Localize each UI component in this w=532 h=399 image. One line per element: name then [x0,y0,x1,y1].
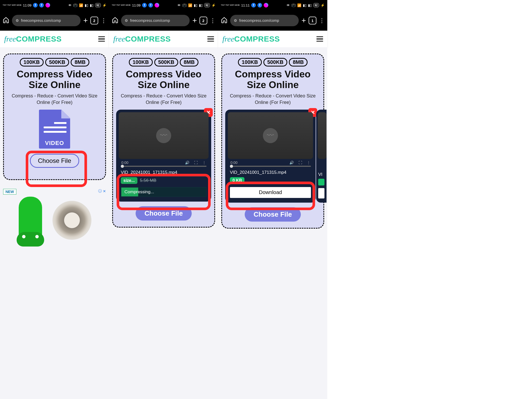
size-chip-100kb[interactable]: 100KB [20,58,44,66]
download-button[interactable]: Download [230,187,311,198]
wifi-icon: 📶 [188,3,192,7]
card-title: Compress Video Size Online [7,69,102,90]
fullscreen-icon[interactable]: ⛶ [298,161,302,165]
tab-switcher[interactable]: 2 [200,17,207,24]
adchoices-icon[interactable]: ⓘ✕ [98,189,106,194]
browser-toolbar: ⚙ freecompress.com/comp + 2 ⋮ [109,10,218,31]
choose-file-button[interactable]: Choose File [245,207,301,222]
eye-icon: 👁 [68,3,72,7]
new-tab-button[interactable]: + [301,16,306,25]
ad-banner[interactable]: NEW ⓘ✕ [3,189,106,243]
tab-switcher[interactable]: 1 [309,17,316,24]
signal-icon: ▮▯ [308,3,312,7]
site-header: freeCOMPRESS [109,31,218,47]
size-badge: 0 KB [230,177,244,184]
video-preview-panel: ✕ 〰 0:00 🔊 ⛶ ⋮ VID_20241001_171315.mp4 [225,110,316,203]
upload-card: 100KB 500KB 8MB Compress Video Size Onli… [221,54,324,229]
clock: 11:09 [132,3,141,7]
hamburger-menu-icon[interactable] [316,36,323,42]
facebook-icon: f [39,3,44,8]
video-filename: VID_20241001_171315.mp4 [119,169,209,176]
clock: 11:11 [241,3,250,7]
size-chip-8mb[interactable]: 8MB [71,58,89,66]
bolt-icon: ⚡ [321,3,325,7]
battery-indicator: 92 [313,3,319,7]
volume-icon[interactable]: 🔊 [185,161,189,165]
status-bar: TNT TNT WIFI MOB 11:09 f f 👁 📳 📶 ▮▯ ▮▯ 9… [109,0,218,10]
video-time: 0:00 [230,161,237,165]
home-icon[interactable] [221,17,228,24]
volume-icon[interactable]: 🔊 [289,161,294,165]
overflow-menu-icon[interactable]: ⋮ [210,19,216,22]
site-settings-icon: ⚙ [234,18,237,23]
hamburger-menu-icon[interactable] [98,36,105,42]
signal-icon: ▮▯ [85,3,88,7]
carrier-label: TNT TNT WIFI MOB [221,4,240,6]
site-logo[interactable]: freeCOMPRESS [222,35,280,43]
new-tab-button[interactable]: + [83,16,88,25]
browser-toolbar: ⚙ freecompress.com/comp + 1 ⋮ [218,10,327,31]
overflow-menu-icon[interactable]: ⋮ [319,19,325,22]
signal-icon: ▮▯ [194,3,197,7]
video-file-icon: VIDEO [39,110,70,149]
video-overflow-icon[interactable]: ⋮ [307,161,310,165]
compressing-progress: Compressing... [121,187,207,197]
size-chip-500kb[interactable]: 500KB [263,58,287,66]
tab-switcher[interactable]: 2 [90,17,98,24]
wifi-icon: 📶 [297,3,301,7]
video-thumbnail[interactable]: 〰 [228,112,313,159]
size-chip-100kb[interactable]: 100KB [238,58,262,66]
facebook-icon: f [148,3,153,8]
carrier-label: TNT TNT WIFI MOB [112,4,130,6]
card-subtitle: Compress - Reduce - Convert Video Size O… [116,93,211,105]
card-subtitle: Compress - Reduce - Convert Video Size O… [225,93,320,105]
site-header: freeCOMPRESS [218,31,327,47]
video-seek-bar[interactable] [230,166,311,167]
hamburger-menu-icon[interactable] [207,36,214,42]
original-size: 5.56 MB [140,178,156,183]
card-title: Compress Video Size Online [116,69,211,90]
broken-image-icon: 〰 [263,128,278,143]
size-chip-8mb[interactable]: 8MB [289,58,308,66]
signal-icon: ▮▯ [199,3,203,7]
site-settings-icon: ⚙ [16,18,19,23]
video-seek-bar[interactable] [121,166,207,167]
battery-indicator: 92 [204,3,210,7]
card-title: Compress Video Size Online [225,69,320,90]
fullscreen-icon[interactable]: ⛶ [194,161,198,165]
video-preview-panel-next[interactable]: VI [316,110,327,203]
status-bar: TNT TNT WIFI MOB 11:11 f f 👁 📳 📶 ▮▯ ▮▯ 9… [218,0,327,10]
size-chip-500kb[interactable]: 500KB [45,58,69,66]
size-chip-500kb[interactable]: 500KB [154,58,178,66]
address-bar[interactable]: ⚙ freecompress.com/comp [230,15,299,26]
site-logo[interactable]: freeCOMPRESS [4,35,62,43]
size-badge: size... [121,177,137,184]
choose-file-button[interactable]: Choose File [136,206,191,221]
home-icon[interactable] [3,17,9,24]
size-chip-100kb[interactable]: 100KB [129,58,153,66]
wifi-icon: 📶 [79,3,83,7]
home-icon[interactable] [112,17,118,24]
eye-icon: 👁 [287,3,290,7]
video-preview-panel: ✕ 〰 0:00 🔊 ⛶ ⋮ VID_20241001_171315.mp4 s… [116,110,211,202]
upload-card: 100KB 500KB 8MB Compress Video Size Onli… [112,54,215,228]
address-bar[interactable]: ⚙ freecompress.com/comp [12,15,81,26]
video-overflow-icon[interactable]: ⋮ [202,161,206,165]
signal-icon: ▮▯ [90,3,94,7]
url-text: freecompress.com/comp [130,18,170,23]
video-controls[interactable]: 0:00 🔊 ⛶ ⋮ [119,159,209,165]
choose-file-button[interactable]: Choose File [30,154,79,168]
new-tab-button[interactable]: + [192,16,197,25]
site-header: freeCOMPRESS [0,31,109,47]
signal-icon: ▮▯ [303,3,307,7]
overflow-menu-icon[interactable]: ⋮ [101,19,107,22]
address-bar[interactable]: ⚙ freecompress.com/comp [121,15,190,26]
vibrate-icon: 📳 [291,3,296,7]
video-filename: VID_20241001_171315.mp4 [228,169,313,176]
video-thumbnail[interactable]: 〰 [119,112,209,159]
site-logo[interactable]: freeCOMPRESS [113,35,171,43]
size-chip-8mb[interactable]: 8MB [180,58,198,66]
vibrate-icon: 📳 [73,3,77,7]
vibrate-icon: 📳 [182,3,187,7]
video-controls[interactable]: 0:00 🔊 ⛶ ⋮ [228,159,313,165]
